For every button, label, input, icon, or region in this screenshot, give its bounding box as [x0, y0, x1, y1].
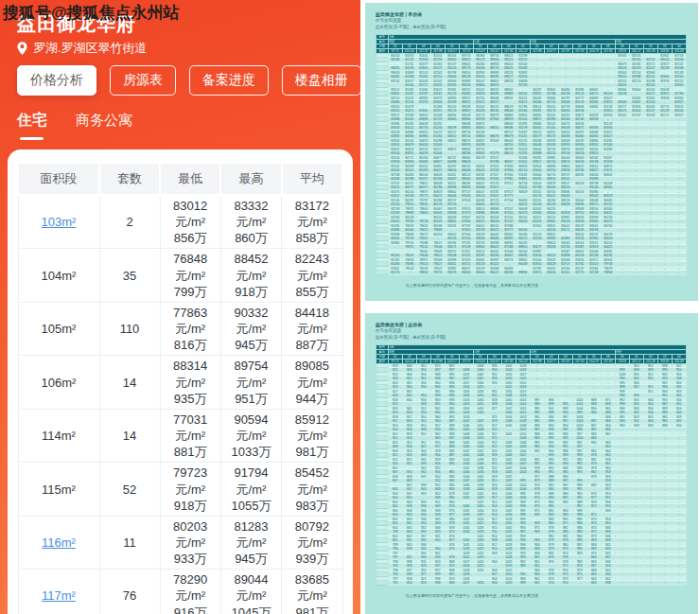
- max-price: 81283元/m²945万: [220, 516, 281, 569]
- area-label: 114m²: [42, 429, 76, 443]
- avg-price: 89085元/m²944万: [282, 356, 342, 409]
- price-cell: 79774: [430, 271, 445, 275]
- floor-row: 481276-788167977483076868458300086021865…: [376, 271, 686, 275]
- min-price: 80203元/m²933万: [160, 516, 220, 569]
- price-cell: 926: [416, 581, 430, 586]
- price-cell: 874: [544, 581, 558, 586]
- avg-price: 80792元/m²939万: [282, 516, 342, 569]
- price-cell: 82738: [586, 271, 601, 275]
- category-tab[interactable]: 商务公寓: [76, 112, 132, 130]
- price-cell: 82775: [572, 271, 586, 275]
- area-cell: 117m²: [18, 570, 99, 614]
- table-row: 106m²1488314元/m²935万89754元/m²951万89085元/…: [18, 356, 342, 409]
- price-per-sqm: 80792元/m²: [283, 518, 341, 551]
- total-price: 981万: [283, 605, 341, 614]
- column-header: 面积段: [18, 163, 99, 195]
- total-price: 981万: [283, 444, 341, 460]
- total-price: 935万: [162, 391, 219, 407]
- table-row: 117m²7678290元/m²916万89044元/m²1045万83685元…: [18, 570, 342, 614]
- total-price: 856万: [162, 230, 219, 246]
- total-price: 916万: [162, 605, 219, 614]
- price-per-sqm: 91794元/m²: [222, 465, 280, 497]
- area-label: 104m²: [42, 269, 77, 283]
- unit-count: 35: [99, 249, 160, 302]
- price-cell: -: [629, 271, 643, 275]
- price-cell: 83416: [544, 271, 558, 275]
- price-cell: 906: [487, 581, 501, 586]
- price-per-sqm: 82243元/m²: [283, 251, 341, 283]
- price-per-sqm: 89085元/m²: [283, 358, 341, 390]
- table-row: 103m²283012元/m²856万83332元/m²860万83172元/m…: [18, 195, 342, 249]
- price-cell: 86845: [459, 271, 473, 275]
- price-cell: 81276: [388, 271, 402, 275]
- price-cell: -: [629, 581, 643, 586]
- location-row: 罗湖.罗湖区翠竹街道: [17, 40, 148, 57]
- area-link[interactable]: 117m²: [42, 588, 76, 603]
- unit-count: 110: [99, 302, 160, 355]
- total-price: 1033万: [222, 444, 280, 460]
- total-price: 951万: [222, 391, 280, 407]
- area-cell: 116m²: [18, 516, 99, 569]
- price-per-sqm: 83685元/m²: [283, 571, 341, 604]
- min-price: 79723元/m²918万: [160, 463, 220, 516]
- price-per-sqm: 83012元/m²: [162, 198, 219, 230]
- price-per-sqm: 80203元/m²: [162, 518, 219, 551]
- tab[interactable]: 价格分析: [17, 65, 96, 96]
- price-cell: 78816: [416, 271, 430, 275]
- price-cell: -: [615, 271, 629, 275]
- total-price: 945万: [222, 337, 280, 353]
- tab[interactable]: 楼盘相册: [282, 65, 361, 96]
- price-cell: 1420: [473, 581, 487, 586]
- area-cell: 104m²: [18, 249, 99, 302]
- total-price: 799万: [162, 284, 219, 300]
- area-link[interactable]: 103m²: [42, 215, 77, 229]
- tab[interactable]: 房源表: [110, 65, 176, 96]
- min-price: 77031元/m²881万: [160, 409, 220, 462]
- avg-price: 83172元/m²858万: [282, 195, 342, 249]
- location-text: 罗湖.罗湖区翠竹街道: [33, 40, 148, 57]
- price-per-sqm: 83332元/m²: [222, 198, 280, 230]
- max-price: 90594元/m²1033万: [220, 409, 281, 462]
- category-tab[interactable]: 住宅: [17, 111, 47, 131]
- price-cell: 938: [601, 581, 615, 586]
- total-price: 983万: [283, 498, 341, 514]
- area-cell: 114m²: [18, 409, 99, 462]
- price-cell: 83076: [445, 271, 459, 275]
- price-cell: -: [643, 581, 657, 586]
- price-per-sqm: 90594元/m²: [222, 412, 280, 444]
- price-grid: 栋号1栋单元B座C座D座E座户型010203040506020304010102…: [376, 34, 687, 275]
- total-price: 1055万: [222, 498, 280, 514]
- total-price: 944万: [283, 391, 341, 407]
- avg-price: 82243元/m²855万: [282, 249, 342, 302]
- sheet-title: 益田御龙华府 | 单价表: [376, 10, 698, 18]
- max-price: 89754元/m²951万: [220, 356, 281, 409]
- area-cell: 105m²: [18, 302, 99, 355]
- price-cell: 863: [586, 581, 601, 586]
- price-cell: 86021: [487, 271, 501, 275]
- area-link[interactable]: 116m²: [42, 535, 76, 550]
- price-cell: 1023: [501, 581, 516, 586]
- unit-count: 14: [99, 356, 160, 409]
- total-price-sheet: 益田御龙华府 | 总价表住宅全部房源总价区间 [0-不限]，单价区间 [0-不限…: [365, 313, 698, 614]
- total-price-sheet-content: 益田御龙华府 | 总价表住宅全部房源总价区间 [0-不限]，单价区间 [0-不限…: [365, 313, 698, 598]
- total-price: 887万: [283, 337, 341, 353]
- price-cell: -: [672, 581, 686, 586]
- price-cell: 1027: [459, 581, 473, 586]
- sheet-filter: 总价区间 [0-不限]，单价区间 [0-不限]: [376, 24, 698, 30]
- total-price: 939万: [283, 551, 341, 567]
- price-per-sqm: 88452元/m²: [222, 251, 280, 283]
- unit-count: 11: [99, 516, 160, 569]
- price-per-sqm: 88314元/m²: [162, 358, 219, 390]
- price-cell: 79964: [601, 271, 615, 275]
- column-header: 平均: [282, 163, 342, 195]
- area-cell: 106m²: [18, 356, 99, 409]
- max-price: 89044元/m²1045万: [220, 570, 281, 614]
- total-price: 933万: [162, 551, 219, 567]
- tab[interactable]: 备案进度: [189, 65, 269, 96]
- total-price: 918万: [162, 498, 219, 514]
- min-price: 76848元/m²799万: [160, 249, 220, 302]
- price-cell: 961: [530, 581, 544, 586]
- table-row: 115m²5279723元/m²918万91794元/m²1055万85452元…: [18, 463, 342, 516]
- price-per-sqm: 77863元/m²: [162, 305, 219, 337]
- price-cell: -: [572, 581, 586, 586]
